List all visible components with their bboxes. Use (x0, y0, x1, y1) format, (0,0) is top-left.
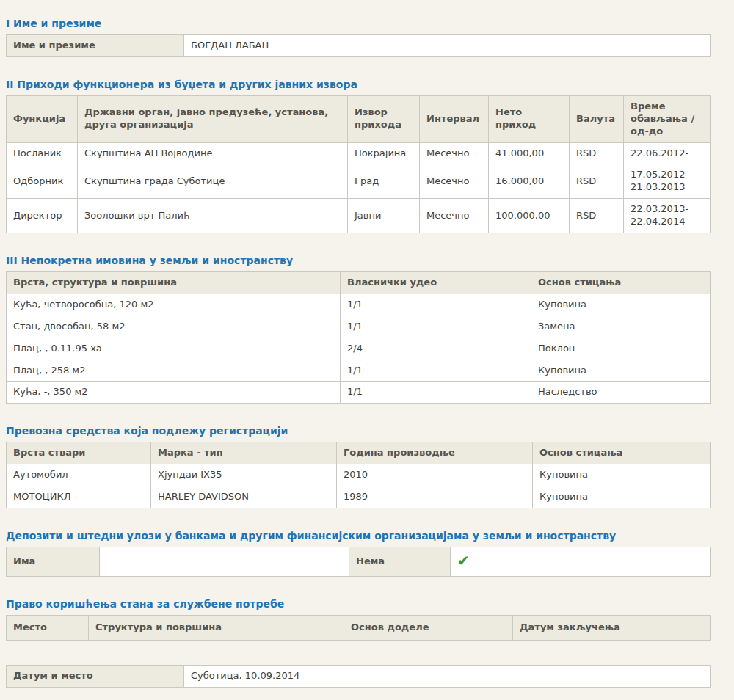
deposits-none-label: Нема (349, 547, 451, 577)
table-cell: Скупштина града Суботице (78, 164, 348, 199)
table-cell: Кућа, четворособна, 120 м2 (7, 294, 341, 316)
real-estate-table: Врста, структура и површинаВласнички уде… (6, 271, 711, 404)
table-cell: Покрајина (348, 142, 420, 164)
section-date-place: Датум и место Суботица, 10.09.2014 (6, 665, 711, 688)
table-cell: RSD (570, 164, 624, 199)
date-place-table: Датум и место Суботица, 10.09.2014 (6, 665, 711, 688)
table-cell: Куповина (531, 360, 711, 382)
column-header: Врста ствари (7, 442, 151, 464)
table-row: ДиректорЗоолошки врт ПалићЈавниМесечно10… (7, 199, 711, 233)
table-cell: Плац, , 258 м2 (7, 360, 341, 382)
column-header: Валута (570, 95, 624, 142)
table-cell: 41.000,00 (489, 142, 570, 164)
column-header: Државни орган, јавно предузеће, установа… (78, 95, 348, 142)
section-income-heading: II Приходи функционера из буџета и други… (6, 79, 711, 91)
column-header: Врста, структура и површина (7, 272, 341, 294)
deposits-has-label: Има (7, 547, 100, 577)
income-table: ФункцијаДржавни орган, јавно предузеће, … (6, 95, 711, 233)
table-cell: Скупштина АП Војводине (78, 142, 348, 164)
column-header: Власнички удео (341, 272, 531, 294)
section-apartment-right: Право коришћења стана за службене потреб… (6, 598, 711, 641)
column-header: Основ стицања (533, 442, 711, 464)
table-cell: Месечно (420, 199, 489, 233)
deposits-none-value: ✔ (451, 547, 711, 577)
header-row: Врста ствариМарка - типГодина производње… (7, 442, 711, 464)
table-row: Плац, , 258 м21/1Куповина (7, 360, 711, 382)
table-cell: RSD (570, 199, 624, 233)
column-header: Година производње (337, 442, 533, 464)
table-row: ОдборникСкупштина града СуботицеГрадМесе… (7, 164, 711, 199)
section-name-heading: I Име и презиме (6, 18, 711, 30)
table-cell: HARLEY DAVIDSON (151, 486, 337, 508)
table-row: Има Нема ✔ (7, 547, 711, 577)
table-cell: Замена (531, 316, 711, 338)
header-row: ФункцијаДржавни орган, јавно предузеће, … (7, 95, 711, 142)
table-cell: 1/1 (341, 316, 531, 338)
table-cell: 2/4 (341, 338, 531, 360)
column-header: Место (7, 615, 89, 640)
table-row: Кућа, четворособна, 120 м21/1Куповина (7, 294, 711, 316)
table-cell: 22.03.2013-22.04.2014 (624, 199, 711, 233)
section-apartment-heading: Право коришћења стана за службене потреб… (6, 598, 711, 610)
table-row: МОТОЦИКЛHARLEY DAVIDSON1989Куповина (7, 486, 711, 508)
table-row: Датум и место Суботица, 10.09.2014 (7, 665, 711, 687)
table-cell: 16.000,00 (489, 164, 570, 199)
table-row: Стан, двособан, 58 м21/1Замена (7, 316, 711, 338)
date-place-label: Датум и место (7, 665, 184, 687)
column-header: Основ стицања (531, 272, 711, 294)
table-cell: Зоолошки врт Палић (78, 199, 348, 233)
table-cell: 1989 (337, 486, 533, 508)
asset-declaration-page: I Име и презиме Име и презиме БОГДАН ЛАБ… (0, 0, 734, 700)
table-cell: 100.000,00 (489, 199, 570, 233)
table-cell: Кућа, -, 350 м2 (7, 382, 341, 404)
table-cell: МОТОЦИКЛ (7, 486, 151, 508)
table-cell: Куповина (533, 486, 711, 508)
section-name: I Име и презиме Име и презиме БОГДАН ЛАБ… (6, 18, 711, 57)
section-real-estate-heading: III Непокретна имовина у земљи и иностра… (6, 255, 711, 267)
table-cell: 1/1 (341, 294, 531, 316)
table-cell: Куповина (533, 464, 711, 486)
table-row: Име и презиме БОГДАН ЛАБАН (7, 35, 711, 57)
name-value: БОГДАН ЛАБАН (184, 35, 711, 57)
table-cell: Јавни (348, 199, 420, 233)
table-cell: 1/1 (341, 382, 531, 404)
column-header: Марка - тип (151, 442, 337, 464)
section-vehicles: Превозна средства која подлежу регистрац… (6, 425, 711, 508)
apartment-table: МестоСтруктура и површинаОснов доделеДат… (6, 615, 711, 641)
table-cell: Директор (7, 199, 78, 233)
column-header: Датум закључења (513, 615, 711, 640)
table-cell: Куповина (531, 294, 711, 316)
header-row: МестоСтруктура и површинаОснов доделеДат… (7, 615, 711, 640)
table-row: ПосланикСкупштина АП ВојводинеПокрајинаМ… (7, 142, 711, 164)
table-cell: Наследство (531, 382, 711, 404)
checkmark-icon: ✔ (457, 554, 470, 567)
section-vehicles-heading: Превозна средства која подлежу регистрац… (6, 425, 711, 437)
name-table: Име и презиме БОГДАН ЛАБАН (6, 34, 711, 57)
name-label: Име и презиме (7, 35, 184, 57)
deposits-table: Има Нема ✔ (6, 547, 711, 577)
column-header: Интервал (420, 95, 489, 142)
section-deposits-heading: Депозити и штедни улози у банкама и друг… (6, 530, 711, 542)
column-header: Основ доделе (344, 615, 513, 640)
section-income: II Приходи функционера из буџета и други… (6, 79, 711, 233)
table-cell: Одборник (7, 164, 78, 199)
table-row: АутомобилХјундаи IX352010Куповина (7, 464, 711, 486)
table-cell: Месечно (420, 164, 489, 199)
column-header: Извор прихода (348, 95, 420, 142)
table-cell: Аутомобил (7, 464, 151, 486)
table-cell: Град (348, 164, 420, 199)
table-row: Плац, , 0.11.95 ха2/4Поклон (7, 338, 711, 360)
table-cell: Стан, двособан, 58 м2 (7, 316, 341, 338)
table-row: Кућа, -, 350 м21/1Наследство (7, 382, 711, 404)
column-header: Функција (7, 95, 78, 142)
table-cell: RSD (570, 142, 624, 164)
table-cell: 2010 (337, 464, 533, 486)
table-cell: 1/1 (341, 360, 531, 382)
vehicles-table: Врста ствариМарка - типГодина производње… (6, 442, 711, 508)
column-header: Нето приход (489, 95, 570, 142)
table-cell: Плац, , 0.11.95 ха (7, 338, 341, 360)
table-cell: Хјундаи IX35 (151, 464, 337, 486)
table-cell: Месечно (420, 142, 489, 164)
table-cell: Поклон (531, 338, 711, 360)
section-deposits: Депозити и штедни улози у банкама и друг… (6, 530, 711, 577)
